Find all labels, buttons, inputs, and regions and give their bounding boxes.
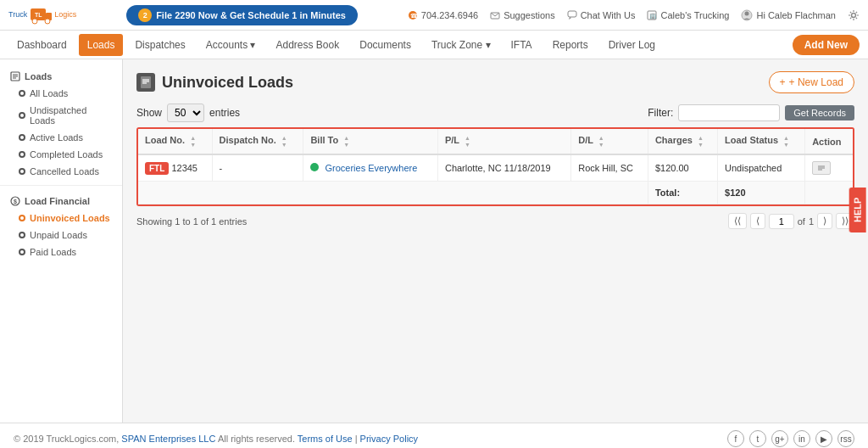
table-controls: Show 50 25 10 entries Filter: Get Record…: [136, 104, 854, 122]
sidebar-divider: [0, 185, 122, 186]
sort-load-no[interactable]: ▲▼: [190, 135, 196, 148]
col-bill-to[interactable]: Bill To ▲▼: [303, 129, 438, 154]
col-load-status-label: Load Status: [725, 135, 778, 145]
showing-text: Showing 1 to 1 of 1 entries: [136, 216, 247, 227]
sidebar-item-paid-loads[interactable]: Paid Loads: [0, 244, 122, 260]
col-dl-label: D/L: [578, 135, 593, 145]
nav-driver-log[interactable]: Driver Log: [600, 34, 664, 56]
company-info: 🏢 Caleb's Trucking: [647, 10, 729, 20]
facebook-icon[interactable]: f: [727, 430, 744, 447]
table-footer: Showing 1 to 1 of 1 entries ⟨⟨ ⟨ of 1 ⟩ …: [136, 213, 854, 229]
sidebar-item-all-loads[interactable]: All Loads: [0, 85, 122, 102]
top-right: ☎ 704.234.6946 Suggestions Chat With Us …: [408, 9, 860, 21]
plus-icon: +: [780, 76, 786, 88]
logo-truck-text: Truck: [8, 11, 27, 19]
new-load-button[interactable]: + + New Load: [769, 71, 854, 93]
suggestions-link[interactable]: Suggestions: [490, 10, 555, 20]
col-pl[interactable]: P/L ▲▼: [437, 129, 570, 154]
uninvoiced-icon: [139, 76, 153, 89]
twitter-icon[interactable]: t: [749, 430, 766, 447]
footer: © 2019 TruckLogics.com, SPAN Enterprises…: [0, 423, 868, 448]
sort-load-status[interactable]: ▲▼: [783, 135, 789, 148]
sort-dl[interactable]: ▲▼: [598, 135, 604, 148]
cell-pl: Charlotte, NC 11/18/2019: [437, 154, 570, 182]
sort-pl[interactable]: ▲▼: [465, 135, 470, 148]
sidebar-item-completed-loads[interactable]: Completed Loads: [0, 146, 122, 163]
cell-action: [805, 154, 853, 182]
pagination-first[interactable]: ⟨⟨: [728, 213, 747, 229]
sort-charges[interactable]: ▲▼: [698, 135, 704, 148]
svg-text:$: $: [14, 199, 17, 205]
chat-link[interactable]: Chat With Us: [567, 10, 636, 20]
add-new-button[interactable]: Add New: [793, 35, 860, 55]
help-tab[interactable]: HELP: [849, 188, 865, 232]
sidebar-loads-title: Loads: [0, 66, 122, 85]
pagination-prev[interactable]: ⟨: [750, 213, 765, 229]
col-charges[interactable]: Charges ▲▼: [648, 129, 717, 154]
sort-bill-to[interactable]: ▲▼: [343, 135, 349, 148]
nav-dashboard[interactable]: Dashboard: [8, 34, 75, 56]
sort-dispatch-no[interactable]: ▲▼: [281, 135, 287, 148]
nav-address-book[interactable]: Address Book: [268, 34, 348, 56]
linkedin-icon[interactable]: in: [793, 430, 810, 447]
settings-btn[interactable]: [848, 9, 860, 21]
nav-reports[interactable]: Reports: [544, 34, 597, 56]
footer-company-link[interactable]: SPAN Enterprises LLC: [121, 434, 215, 444]
pagination-input[interactable]: [769, 214, 794, 229]
get-records-button[interactable]: Get Records: [785, 105, 854, 120]
company-icon: 🏢: [647, 10, 657, 20]
bill-to-link[interactable]: Groceries Everywhere: [325, 163, 417, 173]
nav-accounts[interactable]: Accounts ▾: [198, 34, 264, 56]
svg-rect-20: [141, 76, 151, 88]
cell-charges: $120.00: [648, 154, 717, 182]
filter-input[interactable]: [678, 104, 780, 121]
nav-documents[interactable]: Documents: [351, 34, 420, 56]
cancelled-label: Cancelled Loads: [30, 166, 99, 176]
svg-text:TL: TL: [35, 12, 42, 18]
svg-rect-8: [568, 11, 576, 17]
footer-privacy-link[interactable]: Privacy Policy: [360, 434, 418, 444]
sidebar-item-undispatched-loads[interactable]: Undispatched Loads: [0, 102, 122, 129]
sidebar-item-unpaid-loads[interactable]: Unpaid Loads: [0, 227, 122, 244]
pagination-next[interactable]: ⟩: [817, 213, 832, 229]
phone-icon: ☎: [408, 10, 418, 20]
dispatch-number: -: [220, 163, 223, 173]
nav-ifta[interactable]: IFTA: [503, 34, 541, 56]
total-amount: $120: [718, 182, 805, 204]
svg-text:🏢: 🏢: [649, 12, 657, 20]
mail-icon: [490, 10, 500, 20]
undispatched-label: Undispatched Loads: [30, 105, 112, 126]
page-title-text: Uninvoiced Loads: [162, 74, 293, 92]
active-dot: [19, 134, 25, 141]
total-text: Total:: [655, 188, 680, 198]
nav-loads[interactable]: Loads: [79, 34, 124, 56]
top-banner: Truck TL Logics 2 File 2290 Now & Get Sc…: [0, 0, 868, 31]
filter-area: Filter: Get Records: [648, 104, 854, 121]
uninvoiced-dot: [19, 215, 25, 221]
youtube-icon[interactable]: ▶: [815, 430, 832, 447]
col-load-no[interactable]: Load No. ▲▼: [138, 129, 212, 154]
total-label-cell: [138, 182, 648, 204]
col-dl[interactable]: D/L ▲▼: [571, 129, 648, 154]
sidebar-item-cancelled-loads[interactable]: Cancelled Loads: [0, 163, 122, 180]
cell-dl: Rock Hill, SC: [571, 154, 648, 182]
action-edit-icon[interactable]: [812, 161, 831, 175]
logo: Truck TL Logics: [8, 3, 76, 27]
nav-truck-zone[interactable]: Truck Zone ▾: [423, 34, 499, 56]
google-plus-icon[interactable]: g+: [771, 430, 788, 447]
rss-icon[interactable]: rss: [837, 430, 854, 447]
table-header-row: Load No. ▲▼ Dispatch No. ▲▼ Bill To ▲▼: [138, 129, 853, 154]
entries-select[interactable]: 50 25 10: [167, 104, 204, 122]
sidebar-item-active-loads[interactable]: Active Loads: [0, 129, 122, 146]
sidebar-item-uninvoiced-loads[interactable]: Uninvoiced Loads: [0, 210, 122, 227]
nav-dispatches[interactable]: Dispatches: [126, 34, 193, 56]
col-load-status[interactable]: Load Status ▲▼: [718, 129, 805, 154]
all-loads-label: All Loads: [30, 88, 68, 98]
phone-number: 704.234.6946: [421, 10, 478, 20]
footer-terms-link[interactable]: Terms of Use: [298, 434, 353, 444]
col-dispatch-no[interactable]: Dispatch No. ▲▼: [212, 129, 303, 154]
load-number: 12345: [171, 163, 198, 173]
promo-banner[interactable]: 2 File 2290 Now & Get Schedule 1 in Minu…: [126, 5, 358, 25]
total-label: Total:: [648, 182, 717, 204]
loads-table-wrapper: Load No. ▲▼ Dispatch No. ▲▼ Bill To ▲▼: [136, 127, 854, 206]
